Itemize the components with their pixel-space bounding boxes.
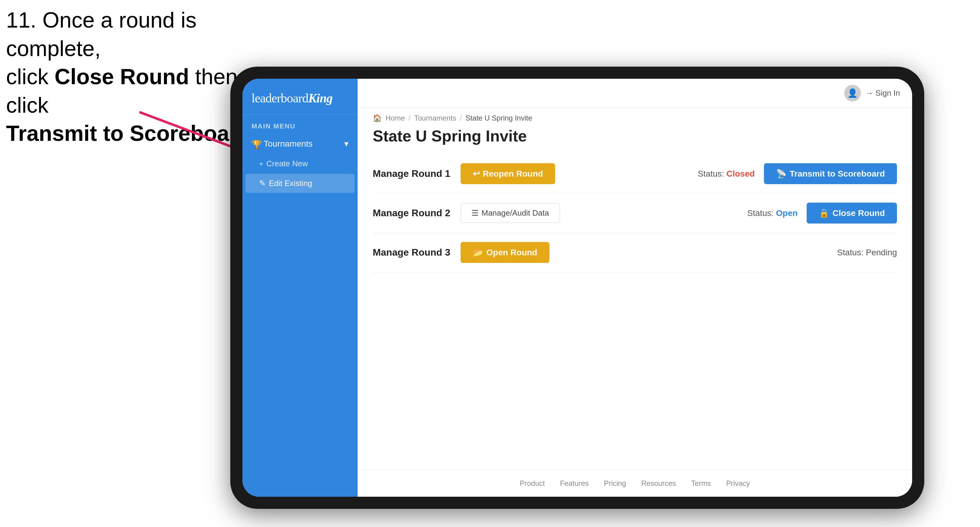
- main-menu-label: MAIN MENU: [242, 118, 358, 133]
- sidebar-item-edit-existing[interactable]: ✎ Edit Existing: [245, 174, 355, 193]
- top-bar: 👤 → Sign In: [358, 79, 912, 108]
- manage-icon: ☰: [471, 208, 479, 218]
- round-1-status-value: Closed: [726, 169, 754, 178]
- app-logo: leaderboardKing: [251, 91, 348, 105]
- footer-privacy[interactable]: Privacy: [726, 479, 750, 487]
- chevron-down-icon: ▾: [344, 139, 348, 149]
- page-title: State U Spring Invite: [358, 124, 912, 154]
- tournaments-nav-label: Tournaments: [264, 139, 313, 149]
- close-round-label: Close Round: [832, 208, 885, 218]
- footer-resources[interactable]: Resources: [641, 479, 676, 487]
- open-round-button[interactable]: 📂 Open Round: [461, 242, 549, 263]
- breadcrumb: 🏠 Home / Tournaments / State U Spring In…: [358, 108, 912, 124]
- edit-existing-label: Edit Existing: [269, 179, 312, 188]
- round-2-status-value: Open: [776, 208, 798, 218]
- manage-audit-data-button[interactable]: ☰ Manage/Audit Data: [461, 203, 560, 223]
- logo-area: leaderboardKing: [242, 85, 358, 115]
- breadcrumb-tournaments[interactable]: Tournaments: [414, 114, 457, 122]
- edit-icon: ✎: [259, 179, 266, 188]
- trophy-icon: 🏆: [251, 140, 260, 148]
- breadcrumb-current: State U Spring Invite: [465, 114, 532, 122]
- reopen-round-button[interactable]: ↩ Reopen Round: [461, 163, 555, 184]
- footer-terms[interactable]: Terms: [691, 479, 711, 487]
- reopen-round-label: Reopen Round: [483, 169, 543, 179]
- round-row-3: Manage Round 3 📂 Open Round Status: Pend…: [373, 233, 897, 272]
- transmit-icon: 📡: [776, 169, 787, 179]
- reopen-icon: ↩: [473, 169, 480, 179]
- round-3-status-value: Pending: [866, 248, 897, 257]
- breadcrumb-home[interactable]: Home: [385, 114, 405, 122]
- round-2-status-label: Status: Open: [747, 208, 798, 218]
- close-round-button[interactable]: 🔒 Close Round: [807, 203, 897, 224]
- instruction-line1: 11. Once a round is complete,: [6, 6, 279, 63]
- avatar: 👤: [844, 85, 861, 102]
- round-row-1: Manage Round 1 ↩ Reopen Round Status: Cl…: [373, 154, 897, 194]
- lock-icon: 🔒: [819, 208, 829, 218]
- open-icon: 📂: [473, 248, 483, 257]
- sidebar-item-tournaments[interactable]: 🏆 Tournaments ▾: [242, 133, 358, 154]
- footer-pricing[interactable]: Pricing: [604, 479, 626, 487]
- sign-in-label: → Sign In: [865, 89, 900, 98]
- round-1-label: Manage Round 1: [373, 168, 452, 179]
- footer-product[interactable]: Product: [520, 479, 545, 487]
- main-content: 👤 → Sign In 🏠 Home / Tournaments / State…: [358, 79, 912, 497]
- open-round-label: Open Round: [486, 248, 537, 257]
- manage-audit-label: Manage/Audit Data: [482, 208, 549, 218]
- round-1-status-label: Status: Closed: [698, 169, 754, 179]
- sidebar-item-create-new[interactable]: + Create New: [242, 154, 358, 173]
- tablet-screen: leaderboardKing MAIN MENU 🏆 Tournaments …: [242, 79, 912, 497]
- transmit-label: Transmit to Scoreboard: [790, 169, 885, 179]
- app-layout: leaderboardKing MAIN MENU 🏆 Tournaments …: [242, 79, 912, 497]
- transmit-to-scoreboard-button[interactable]: 📡 Transmit to Scoreboard: [764, 163, 897, 184]
- footer: Product Features Pricing Resources Terms…: [358, 470, 912, 497]
- round-row-2: Manage Round 2 ☰ Manage/Audit Data Statu…: [373, 194, 897, 233]
- create-new-label: Create New: [266, 159, 308, 168]
- sign-in-area[interactable]: 👤 → Sign In: [844, 85, 900, 102]
- sidebar: leaderboardKing MAIN MENU 🏆 Tournaments …: [242, 79, 358, 497]
- round-3-status-label: Status: Pending: [837, 248, 897, 257]
- plus-icon: +: [259, 160, 263, 168]
- footer-features[interactable]: Features: [560, 479, 589, 487]
- rounds-container: Manage Round 1 ↩ Reopen Round Status: Cl…: [358, 154, 912, 470]
- round-3-label: Manage Round 3: [373, 247, 452, 258]
- round-2-label: Manage Round 2: [373, 208, 452, 219]
- home-icon: 🏠: [373, 114, 382, 122]
- tablet-device: leaderboardKing MAIN MENU 🏆 Tournaments …: [230, 67, 924, 509]
